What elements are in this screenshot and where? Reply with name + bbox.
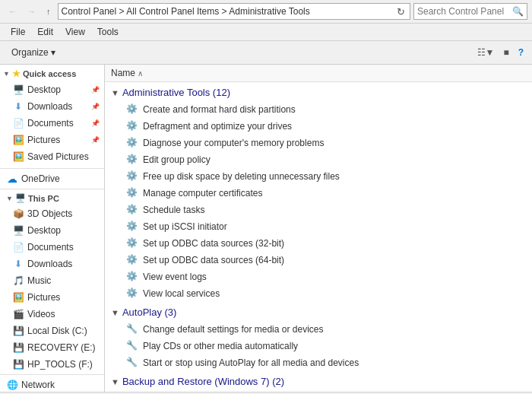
item-defragment[interactable]: ⚙️ Defragment and optimize your drives	[105, 118, 532, 135]
quick-access-chevron: ▼	[3, 70, 10, 78]
backup-group-header[interactable]: ▼ Backup and Restore (Windows 7) (2)	[105, 371, 532, 390]
organize-label: Organize	[11, 47, 49, 58]
menu-view[interactable]: View	[59, 25, 91, 39]
sidebar-item-downloads-quick[interactable]: ⬇ Downloads 📌	[0, 98, 104, 115]
videos-label: Videos	[27, 309, 100, 319]
navigation-bar: ← → ↑ Control Panel > All Control Panel …	[0, 0, 532, 24]
pictures-pc-icon: 🖼️	[12, 291, 24, 303]
sidebar-documents-label: Documents	[27, 118, 90, 129]
item-odbc-32[interactable]: ⚙️ Set up ODBC data sources (32-bit)	[105, 235, 532, 252]
sidebar-item-network[interactable]: 🌐 Network	[0, 377, 104, 392]
sidebar-item-hp-tools-f[interactable]: 💾 HP_TOOLS (F:)	[0, 356, 104, 373]
item-iscsi[interactable]: ⚙️ Set up iSCSI initiator	[105, 218, 532, 235]
back-button[interactable]: ←	[5, 5, 21, 18]
name-column-label: Name	[111, 68, 135, 78]
onedrive-label: OneDrive	[21, 173, 100, 184]
item-local-services[interactable]: ⚙️ View local services	[105, 285, 532, 302]
search-bar[interactable]: 🔍	[413, 3, 527, 20]
hp-tools-f-label: HP_TOOLS (F:)	[27, 359, 100, 370]
sidebar: ▼ ★ Quick access 🖥️ Desktop 📌 ⬇ Download…	[0, 65, 105, 392]
item-event-logs[interactable]: ⚙️ View event logs	[105, 268, 532, 285]
sidebar-item-downloads-pc[interactable]: ⬇ Downloads	[0, 256, 104, 272]
menu-tools[interactable]: Tools	[91, 25, 125, 39]
quick-access-label: Quick access	[23, 69, 76, 78]
item-autoplay-all[interactable]: 🔧 Start or stop using AutoPlay for all m…	[105, 354, 532, 371]
address-text: Control Panel > All Control Panel Items …	[62, 6, 396, 17]
this-pc-chevron: ▼	[6, 195, 13, 202]
3d-objects-icon: 📦	[12, 208, 24, 220]
network-label: Network	[21, 380, 100, 390]
sidebar-item-local-disk-c[interactable]: 💾 Local Disk (C:)	[0, 323, 104, 339]
item-free-disk[interactable]: ⚙️ Free up disk space by deleting unnece…	[105, 168, 532, 185]
onedrive-icon: ☁	[6, 173, 18, 185]
item-autoplay-default[interactable]: 🔧 Change default settings for media or d…	[105, 321, 532, 338]
sidebar-item-music[interactable]: 🎵 Music	[0, 272, 104, 289]
item-create-format[interactable]: ⚙️ Create and format hard disk partition…	[105, 101, 532, 118]
sidebar-item-pictures-pc[interactable]: 🖼️ Pictures	[0, 289, 104, 306]
item-icon-odbc-64: ⚙️	[126, 254, 138, 266]
menu-edit[interactable]: Edit	[31, 25, 59, 39]
sidebar-item-documents-quick[interactable]: 📄 Documents 📌	[0, 115, 104, 132]
this-pc-header[interactable]: ▼ 🖥️ This PC	[0, 191, 104, 205]
search-input[interactable]	[417, 6, 512, 17]
content-area: Name ∧ ▼ Administrative Tools (12) ⚙️ Cr…	[105, 65, 532, 392]
documents-icon-quick: 📄	[12, 117, 24, 129]
item-icon-local-services: ⚙️	[126, 288, 138, 300]
item-diagnose-memory[interactable]: ⚙️ Diagnose your computer's memory probl…	[105, 135, 532, 151]
view-buttons: ☷▼ ■ ?	[473, 45, 527, 60]
backup-chevron: ▼	[111, 377, 119, 386]
sidebar-item-desktop-quick[interactable]: 🖥️ Desktop 📌	[0, 81, 104, 98]
sidebar-item-documents-pc[interactable]: 📄 Documents	[0, 239, 104, 256]
command-bar: Organize ▾ ☷▼ ■ ?	[0, 41, 532, 65]
forward-button[interactable]: →	[24, 5, 40, 18]
desktop-icon: 🖥️	[12, 84, 24, 96]
item-icon-autoplay-cd: 🔧	[126, 340, 138, 352]
main-layout: ▼ ★ Quick access 🖥️ Desktop 📌 ⬇ Download…	[0, 65, 532, 392]
help-button[interactable]: ?	[515, 45, 527, 60]
item-schedule-tasks[interactable]: ⚙️ Schedule tasks	[105, 202, 532, 218]
downloads-pc-label: Downloads	[27, 259, 100, 269]
view-details-button[interactable]: ☷▼	[473, 45, 499, 60]
item-icon-event-logs: ⚙️	[126, 271, 138, 283]
item-group-policy[interactable]: ⚙️ Edit group policy	[105, 151, 532, 168]
this-pc-icon: 🖥️	[15, 193, 26, 203]
autoplay-group-header[interactable]: ▼ AutoPlay (3)	[105, 302, 532, 321]
sidebar-item-recovery-e[interactable]: 💾 RECOVERY (E:)	[0, 339, 104, 356]
item-icon-defragment: ⚙️	[126, 120, 138, 132]
menu-file[interactable]: File	[5, 25, 31, 39]
sidebar-item-pictures-quick[interactable]: 🖼️ Pictures 📌	[0, 132, 104, 148]
item-icon-autoplay-all: 🔧	[126, 357, 138, 369]
item-odbc-64[interactable]: ⚙️ Set up ODBC data sources (64-bit)	[105, 252, 532, 268]
local-disk-c-label: Local Disk (C:)	[27, 326, 100, 336]
admin-tools-group-header[interactable]: ▼ Administrative Tools (12)	[105, 82, 532, 101]
sidebar-item-desktop-pc[interactable]: 🖥️ Desktop	[0, 222, 104, 239]
sidebar-downloads-label: Downloads	[27, 101, 90, 112]
item-icon-free-disk: ⚙️	[126, 170, 138, 183]
quick-access-star: ★	[12, 68, 21, 79]
sidebar-item-onedrive[interactable]: ☁ OneDrive	[0, 170, 104, 187]
item-manage-certs[interactable]: ⚙️ Manage computer certificates	[105, 185, 532, 202]
item-backup-restore[interactable]: 🛡️ Backup and Restore (Windows 7)	[105, 390, 532, 392]
item-autoplay-cd[interactable]: 🔧 Play CDs or other media automatically	[105, 338, 532, 354]
organize-arrow: ▾	[51, 47, 55, 58]
organize-button[interactable]: Organize ▾	[5, 44, 62, 61]
address-bar[interactable]: Control Panel > All Control Panel Items …	[58, 3, 411, 20]
item-icon-odbc-32: ⚙️	[126, 237, 138, 249]
refresh-button[interactable]: ↻	[395, 5, 407, 19]
local-disk-c-icon: 💾	[12, 325, 24, 337]
quick-access-header[interactable]: ▼ ★ Quick access	[0, 66, 104, 81]
sidebar-item-3d-objects[interactable]: 📦 3D Objects	[0, 205, 104, 222]
up-button[interactable]: ↑	[43, 5, 55, 18]
sidebar-item-saved-pictures[interactable]: 🖼️ Saved Pictures	[0, 148, 104, 165]
sort-arrow: ∧	[138, 69, 143, 78]
3d-objects-label: 3D Objects	[27, 208, 100, 219]
sidebar-item-videos[interactable]: 🎬 Videos	[0, 306, 104, 323]
view-pane-button[interactable]: ■	[499, 45, 512, 60]
name-column-header[interactable]: Name ∧	[111, 68, 143, 78]
search-icon: 🔍	[512, 6, 524, 17]
pictures-pc-label: Pictures	[27, 292, 100, 303]
downloads-pc-icon: ⬇	[12, 258, 24, 270]
item-icon-group-policy: ⚙️	[126, 154, 138, 166]
item-icon-schedule-tasks: ⚙️	[126, 204, 138, 216]
item-icon-autoplay-default: 🔧	[126, 323, 138, 335]
